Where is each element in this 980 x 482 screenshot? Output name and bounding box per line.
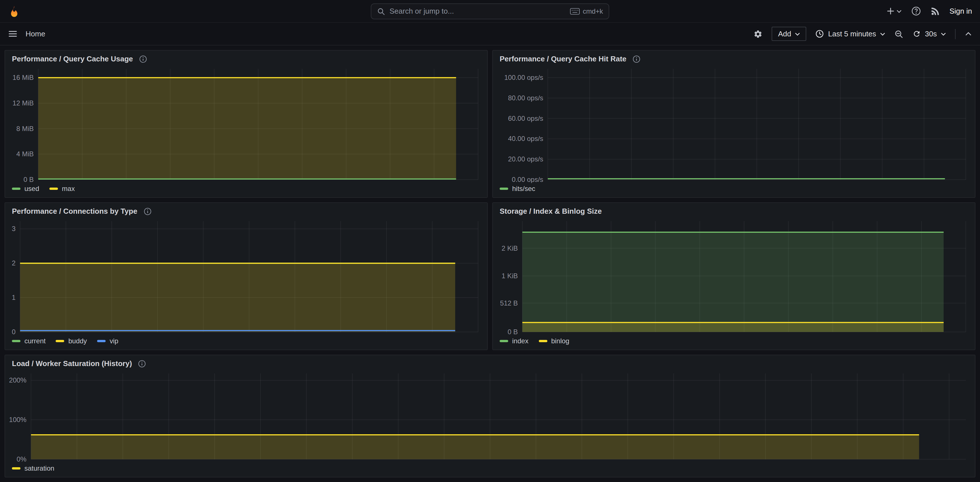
- search-field[interactable]: [390, 7, 566, 15]
- axis-tick-label: 15:43:00: [743, 182, 770, 183]
- topbar-search-area: cmd+k: [371, 3, 609, 19]
- axis-tick-label: 20.00 ops/s: [508, 155, 543, 163]
- search-shortcut-hint: cmd+k: [570, 7, 603, 15]
- dashboard-controls: Add Last 5 minutes 30s: [754, 27, 972, 41]
- panel-query-cache-hit-rate: Performance / Query Cache Hit Rate 0.00 …: [492, 50, 975, 198]
- legend-item-hits-sec[interactable]: hits/sec: [500, 185, 535, 193]
- new-menu-button[interactable]: [886, 7, 902, 15]
- plus-icon: [886, 7, 895, 15]
- panel-grid: Performance / Query Cache Usage 0 B4 MiB…: [5, 50, 975, 477]
- legend: indexbinlog: [493, 335, 975, 350]
- time-series-chart[interactable]: 012315:40:3015:41:0015:41:3015:42:0015:4…: [8, 218, 484, 335]
- axis-tick-label: 15:43:30: [785, 182, 811, 183]
- legend-item-vip[interactable]: vip: [97, 337, 118, 345]
- panel-title[interactable]: Performance / Query Cache Hit Rate: [500, 54, 627, 63]
- refresh-button[interactable]: 30s: [912, 30, 946, 38]
- info-icon[interactable]: [138, 359, 146, 367]
- axis-tick-label: 3: [12, 225, 15, 233]
- axis-tick-label: 15:41:30: [113, 182, 139, 183]
- axis-tick-label: 15:44:00: [327, 334, 354, 335]
- time-series-chart[interactable]: 0.00 ops/s20.00 ops/s40.00 ops/s60.00 op…: [496, 65, 972, 183]
- legend-item-binlog[interactable]: binlog: [539, 337, 569, 345]
- axis-tick-label: 15:43:00: [731, 334, 757, 335]
- menu-icon: [8, 29, 18, 39]
- legend-swatch: [539, 340, 547, 342]
- legend-swatch: [500, 188, 508, 190]
- axis-tick-label: 15:45:00: [844, 461, 870, 463]
- time-range-picker[interactable]: Last 5 minutes: [816, 30, 885, 38]
- legend-item-used[interactable]: used: [12, 185, 39, 193]
- panel-title[interactable]: Performance / Query Cache Usage: [12, 54, 133, 63]
- chart-svg: 0%100%200%15:40:3015:40:4515:41:0015:41:…: [8, 370, 972, 463]
- dashboard-settings-button[interactable]: [754, 29, 763, 38]
- axis-tick-label: 15:42:30: [190, 334, 216, 335]
- legend-item-index[interactable]: index: [500, 337, 528, 345]
- axis-tick-label: 200%: [9, 376, 26, 384]
- dashboard-navbar: Home Add Last 5 minutes: [0, 23, 980, 45]
- legend-item-saturation[interactable]: saturation: [12, 464, 54, 472]
- time-series-chart[interactable]: 0%100%200%15:40:3015:40:4515:41:0015:41:…: [8, 370, 972, 463]
- mega-menu-toggle-button[interactable]: [8, 29, 18, 39]
- axis-tick-label: 4 MiB: [16, 150, 33, 158]
- info-icon[interactable]: [144, 207, 151, 215]
- axis-tick-label: 15:45:00: [911, 182, 937, 183]
- axis-tick-label: 8 MiB: [16, 125, 33, 132]
- panel-header: Performance / Connections by Type: [5, 203, 487, 217]
- info-icon[interactable]: [633, 55, 641, 63]
- topbar: cmd+k: [0, 0, 980, 23]
- series-fill: [20, 263, 455, 332]
- axis-tick-label: 15:43:30: [569, 461, 595, 463]
- help-button[interactable]: [912, 6, 921, 16]
- info-icon[interactable]: [139, 55, 147, 63]
- axis-tick-label: 2 KiB: [502, 244, 518, 252]
- grafana-app: cmd+k: [0, 0, 980, 482]
- zoom-out-icon: [894, 29, 904, 38]
- add-panel-label: Add: [778, 30, 791, 38]
- sign-in-link[interactable]: Sign in: [950, 7, 972, 15]
- axis-tick-label: 1: [12, 294, 15, 301]
- legend: saturation: [5, 463, 975, 477]
- panel-header: Storage / Index & Binlog Size: [493, 203, 975, 217]
- clock-icon: [816, 30, 824, 38]
- axis-tick-label: 15:42:00: [144, 334, 170, 335]
- legend-item-current[interactable]: current: [12, 337, 46, 345]
- axis-tick-label: 15:42:00: [157, 182, 183, 183]
- panel-title[interactable]: Storage / Index & Binlog Size: [500, 207, 602, 215]
- legend-swatch: [12, 340, 21, 342]
- panel-title[interactable]: Performance / Connections by Type: [12, 207, 137, 215]
- refresh-interval-label: 30s: [925, 30, 937, 38]
- caret-down-icon: [897, 10, 902, 13]
- panel-title[interactable]: Load / Worker Saturation (History): [12, 359, 132, 368]
- grafana-logo[interactable]: [8, 5, 21, 18]
- axis-tick-label: 15:44:00: [660, 461, 687, 463]
- axis-tick-label: 15:44:30: [864, 334, 890, 335]
- legend-swatch: [49, 188, 58, 190]
- collapse-toolbar-button[interactable]: [965, 30, 972, 38]
- panel-header: Performance / Query Cache Usage: [5, 51, 487, 64]
- series-fill: [31, 435, 919, 459]
- axis-tick-label: 15:40:30: [18, 461, 44, 463]
- search-shortcut-label: cmd+k: [583, 7, 603, 15]
- axis-tick-label: 2: [12, 259, 15, 267]
- caret-down-icon: [941, 32, 946, 35]
- axis-tick-label: 15:44:30: [377, 182, 403, 183]
- legend-item-buddy[interactable]: buddy: [56, 337, 87, 345]
- axis-tick-label: 15:44:15: [706, 461, 733, 463]
- news-button[interactable]: [931, 6, 940, 16]
- axis-tick-label: 15:41:30: [598, 334, 624, 335]
- panel-query-cache-usage: Performance / Query Cache Usage 0 B4 MiB…: [5, 50, 488, 198]
- toolbar-divider: [955, 29, 956, 39]
- axis-tick-label: 15:42:30: [702, 182, 728, 183]
- time-series-chart[interactable]: 0 B4 MiB8 MiB12 MiB16 MiB15:40:3015:41:0…: [8, 65, 484, 183]
- refresh-icon: [912, 30, 921, 38]
- breadcrumb-home[interactable]: Home: [25, 30, 45, 38]
- time-series-chart[interactable]: 0 B512 B1 KiB2 KiB15:40:3015:41:0015:41:…: [496, 218, 972, 335]
- grafana-flame-icon: [8, 5, 21, 18]
- legend: currentbuddyvip: [5, 335, 487, 350]
- zoom-out-button[interactable]: [894, 29, 904, 38]
- legend-item-max[interactable]: max: [49, 185, 75, 193]
- axis-tick-label: 15:44:45: [798, 461, 824, 463]
- add-panel-button[interactable]: Add: [772, 27, 807, 41]
- search-input[interactable]: cmd+k: [371, 3, 609, 19]
- panel-header: Performance / Query Cache Hit Rate: [493, 51, 975, 64]
